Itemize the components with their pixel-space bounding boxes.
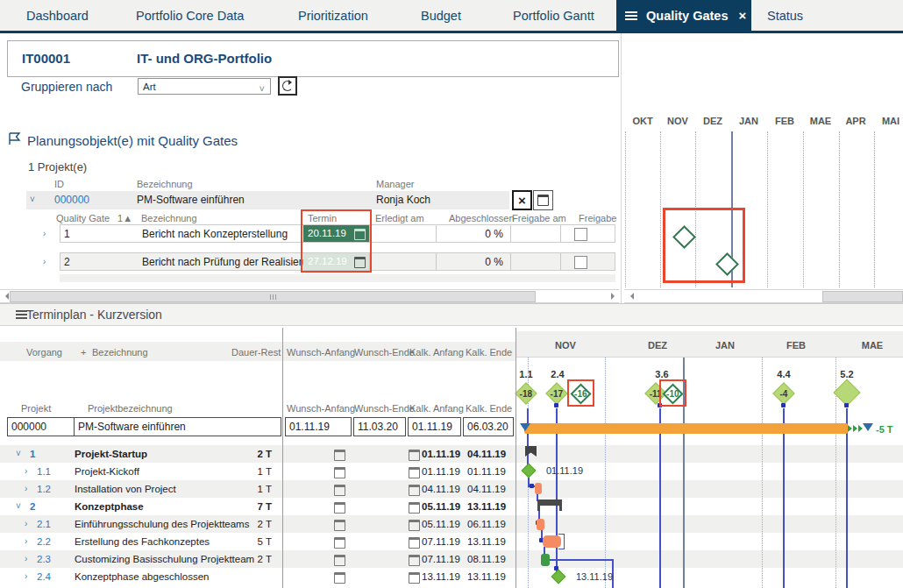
kalk-anfang-cell[interactable]: 01.11.19 [408,417,461,436]
calendar-icon[interactable] [409,485,420,496]
calendar-button[interactable] [533,190,553,210]
col-projektbezeichnung: Projektbezeichnung [88,403,173,414]
table-row[interactable]: › 1.2 Installation von Project 1 T 04.11… [0,480,903,498]
qg-sort-indicator[interactable]: 1▲ [117,213,132,223]
calendar-icon[interactable] [334,467,345,478]
gate-number: 1 [64,228,70,240]
nav-tab-prioritization[interactable]: Prioritization [298,9,368,23]
task-number[interactable]: 1 [30,449,35,459]
expand-icon[interactable]: › [25,554,27,563]
scrollbar-thumb[interactable] [822,291,903,302]
calendar-icon[interactable] [409,467,420,478]
table-row[interactable]: › 2.3 Customizing Basisschulung Projektt… [0,550,903,568]
freigabe-checkbox[interactable] [574,256,587,269]
calendar-icon[interactable] [409,450,420,461]
project-row[interactable]: ˅ 000000 PM-Software einführen Ronja Koc… [26,191,509,209]
kalk-ende-cell[interactable]: 06.03.20 [463,417,514,436]
calendar-icon[interactable] [334,485,345,496]
gate-row-1[interactable]: › 1 Bericht nach Konzepterstellung 20.11… [60,224,615,243]
scroll-left-icon[interactable] [2,293,9,300]
project-gantt-bar[interactable] [524,423,848,434]
calendar-icon[interactable] [409,502,420,514]
add-task-icon[interactable]: + [81,347,86,358]
task-bar[interactable] [535,483,542,494]
termin-date-cell[interactable]: 27.12.19 [303,253,369,270]
table-row[interactable]: › 2.1 Einführungsschulung des Projekttea… [0,515,903,533]
nav-tab-status[interactable]: Status [767,9,803,23]
task-number[interactable]: 1.2 [37,484,51,494]
calendar-icon[interactable] [409,520,420,531]
calendar-icon[interactable] [334,502,345,514]
task-number[interactable]: 2.3 [37,554,51,564]
group-by-select[interactable]: Art ˅ [138,78,271,95]
task-number[interactable]: 2.4 [37,571,51,582]
scrollbar-thumb[interactable] [10,291,536,302]
scroll-right-icon[interactable] [611,293,618,300]
refresh-button[interactable] [278,76,297,96]
planned-gate-diamond[interactable]: -10 [662,383,683,404]
expand-icon[interactable]: › [25,484,27,493]
task-number[interactable]: 2 [30,501,35,512]
panel-divider[interactable] [621,33,622,303]
calendar-icon[interactable] [334,572,345,584]
gate-milestone-diamond[interactable] [672,225,696,249]
collapse-icon[interactable]: ˅ [30,195,35,204]
delete-button[interactable]: × [512,190,532,210]
collapse-icon[interactable]: ˅ [16,501,21,511]
gate-milestone-diamond[interactable]: -17 [545,382,567,404]
task-number[interactable]: 2.2 [37,536,51,547]
gate-row-2[interactable]: › 2 Bericht nach Prüfung der Realisierun… [60,252,615,271]
close-tab-icon[interactable]: × [738,8,746,23]
kalk-ende: 04.11.19 [467,449,504,459]
calendar-icon[interactable] [409,555,420,566]
calendar-icon[interactable] [409,572,420,584]
gate-milestone-diamond[interactable]: -4 [772,382,794,404]
nav-tab-portfolio-gantt[interactable]: Portfolio Gantt [513,9,594,23]
calendar-icon[interactable] [334,537,345,549]
nav-tab-budget[interactable]: Budget [421,9,461,23]
scroll-left-icon[interactable] [627,293,634,300]
table-row[interactable]: › 2.4 Konzeptphase abgeschlossen 13.11.1… [0,568,903,585]
month-label: OKT [623,116,662,126]
wunsch-anfang-cell[interactable]: 01.11.19 [285,417,352,436]
calendar-icon[interactable] [334,520,345,531]
expand-icon[interactable]: › [43,257,46,266]
nav-tab-dashboard[interactable]: Dashboard [26,9,89,23]
right-h-scrollbar[interactable] [624,289,903,303]
task-number[interactable]: 2.1 [37,519,51,529]
task-number[interactable]: 1.1 [37,466,51,477]
expand-icon[interactable]: › [25,519,27,528]
hamburger-icon[interactable] [625,11,637,20]
termin-date-cell[interactable]: 20.11.19 [303,225,369,242]
collapse-icon[interactable]: ˅ [16,449,21,458]
task-bar-done[interactable] [541,554,550,566]
project-id-cell[interactable]: 000000 [7,417,75,436]
freigabe-checkbox[interactable] [574,228,587,241]
summary-bar[interactable] [537,499,562,506]
expand-icon[interactable]: › [25,536,27,546]
table-row[interactable]: › 2.2 Erstellung des Fachkonzeptes 5 T 0… [0,533,903,550]
project-name-cell[interactable]: PM-Software einführen [74,417,281,436]
nav-tab-quality-gates-active[interactable]: Quality Gates × [616,0,751,31]
nav-tab-portfolio-core-data[interactable]: Portfolio Core Data [136,9,244,23]
gate-milestone-diamond[interactable] [833,379,860,406]
expand-icon[interactable]: › [25,571,27,581]
left-h-scrollbar[interactable] [0,289,619,303]
gate-milestone-diamond[interactable]: -18 [515,382,537,404]
gate-milestone-diamond[interactable] [715,252,739,276]
table-row[interactable]: › 1.1 Projekt-Kickoff 1 T 01.11.19 01.11… [0,463,903,480]
calendar-icon[interactable] [334,450,345,461]
wunsch-ende-cell[interactable]: 11.03.20 [353,417,406,436]
calendar-icon[interactable] [409,537,420,549]
planned-gate-diamond[interactable]: -16 [570,383,591,404]
project-id-link[interactable]: 000000 [54,194,89,206]
table-gantt-splitter[interactable] [515,328,516,588]
column-splitter[interactable] [282,328,283,588]
task-bar[interactable] [537,519,544,530]
calendar-icon[interactable] [334,555,345,566]
expand-icon[interactable]: › [25,466,27,476]
end-marker-icon [863,423,873,431]
table-row[interactable]: ˅ 2 Konzeptphase 7 T 05.11.19 13.11.19 [0,498,903,515]
expand-icon[interactable]: › [43,229,46,238]
table-row[interactable]: ˅ 1 Projekt-Startup 2 T 01.11.19 04.11.1… [0,445,903,463]
